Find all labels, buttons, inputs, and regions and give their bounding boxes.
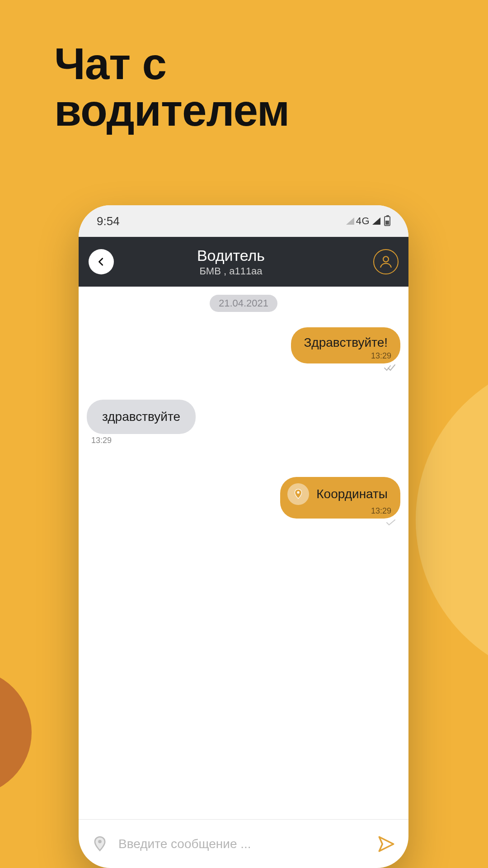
phone-frame: 9:54 4G Водитель БМВ , a111aa 21.04.2021 bbox=[79, 205, 408, 868]
header-titles: Водитель БМВ , a111aa bbox=[97, 247, 365, 277]
message-bubble-location[interactable]: Координаты 13:29 bbox=[280, 477, 400, 519]
bg-decor-circle-right bbox=[416, 357, 488, 683]
message-row: Координаты 13:29 bbox=[87, 477, 400, 528]
message-time: 13:29 bbox=[371, 506, 391, 516]
person-icon bbox=[378, 254, 394, 269]
promo-headline-line2: водителем bbox=[54, 85, 289, 135]
header-subtitle: БМВ , a111aa bbox=[97, 265, 365, 277]
message-text: Здравствуйте! bbox=[304, 335, 388, 349]
message-row: Здравствуйте! 13:29 bbox=[87, 327, 400, 382]
message-time: 13:29 bbox=[91, 436, 112, 445]
chat-body: 21.04.2021 Здравствуйте! 13:29 здравству… bbox=[79, 287, 408, 819]
chat-header: Водитель БМВ , a111aa bbox=[79, 237, 408, 287]
message-text: Координаты bbox=[316, 487, 388, 501]
send-button[interactable] bbox=[377, 835, 396, 854]
avatar-button[interactable] bbox=[373, 249, 399, 274]
read-receipt-icon bbox=[384, 364, 396, 373]
signal-empty-icon bbox=[346, 217, 354, 225]
location-pin-icon bbox=[287, 483, 309, 505]
composer-bar: Введите сообщение ... bbox=[79, 819, 408, 868]
header-title: Водитель bbox=[97, 247, 365, 264]
svg-point-1 bbox=[297, 491, 300, 494]
message-bubble-out[interactable]: Здравствуйте! 13:29 bbox=[291, 327, 400, 363]
message-text: здравствуйте bbox=[102, 410, 180, 424]
status-bar: 9:54 4G bbox=[79, 205, 408, 237]
status-time: 9:54 bbox=[97, 214, 120, 228]
attach-location-button[interactable] bbox=[91, 835, 108, 853]
svg-point-2 bbox=[98, 840, 102, 843]
status-network: 4G bbox=[356, 215, 370, 227]
message-time: 13:29 bbox=[371, 351, 391, 361]
read-receipt-icon bbox=[386, 519, 396, 528]
send-icon bbox=[377, 835, 396, 854]
svg-point-0 bbox=[383, 256, 389, 262]
signal-full-icon bbox=[372, 217, 380, 225]
location-pin-icon bbox=[91, 835, 108, 853]
battery-icon bbox=[384, 216, 390, 226]
promo-headline: Чат с водителем bbox=[54, 41, 289, 134]
message-bubble-in[interactable]: здравствуйте bbox=[87, 400, 196, 434]
promo-headline-line1: Чат с bbox=[54, 39, 166, 89]
message-input[interactable]: Введите сообщение ... bbox=[118, 837, 367, 851]
date-chip: 21.04.2021 bbox=[210, 295, 277, 312]
status-right-cluster: 4G bbox=[346, 215, 390, 227]
bg-decor-circle-left bbox=[0, 669, 32, 796]
message-row: здравствуйте 13:29 bbox=[87, 400, 400, 445]
